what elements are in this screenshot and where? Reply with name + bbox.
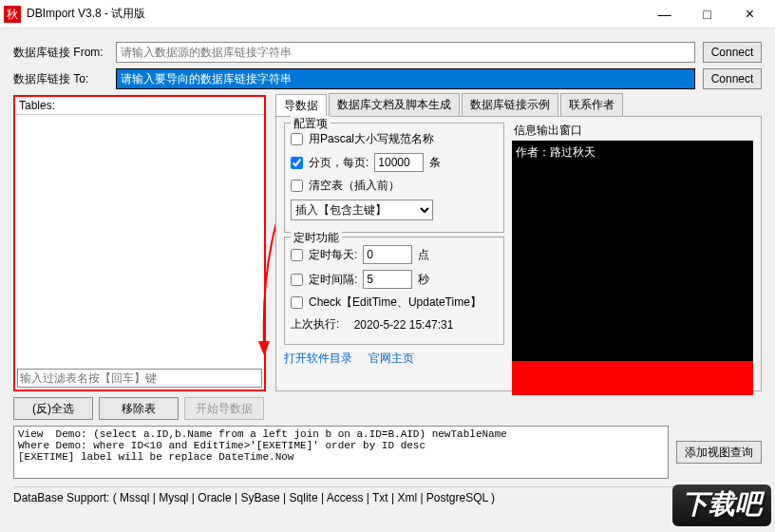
daily-checkbox[interactable] [291,249,303,261]
tables-filter-input[interactable] [17,369,262,388]
start-import-button[interactable]: 开始导数据 [184,397,264,420]
demo-textarea[interactable] [13,426,669,479]
website-link[interactable]: 官网主页 [369,352,414,365]
window-title: DBImport V3.8 - 试用版 [27,6,643,22]
paging-unit: 条 [429,155,441,171]
close-button[interactable]: × [728,1,771,28]
truncate-label: 清空表（插入前） [309,178,400,194]
timer-legend: 定时功能 [291,230,342,246]
to-input[interactable] [116,68,695,89]
daily-value[interactable] [363,245,412,264]
output-red-bar [512,361,753,395]
to-label: 数据库链接 To: [13,71,108,87]
last-run-label: 上次执行: [291,316,339,332]
tables-panel: Tables: [13,95,266,391]
interval-checkbox[interactable] [291,274,303,286]
tab-examples[interactable]: 数据库链接示例 [462,93,558,116]
tab-contact[interactable]: 联系作者 [560,93,623,116]
tab-docs[interactable]: 数据库文档及脚本生成 [329,93,460,116]
status-bar: DataBase Support: ( Mssql | Mysql | Orac… [13,486,762,504]
title-bar: 秋 DBImport V3.8 - 试用版 — □ × [0,0,775,28]
check-time-checkbox[interactable] [291,296,303,309]
config-legend: 配置项 [291,116,331,132]
remove-table-button[interactable]: 移除表 [99,397,179,420]
connect-to-button[interactable]: Connect [703,68,762,89]
config-group: 配置项 用Pascal大小写规范名称 分页，每页:条 清空表（插入前） 插入【包… [284,123,504,233]
add-view-button[interactable]: 添加视图查询 [676,441,762,464]
paging-checkbox[interactable] [291,157,303,169]
app-icon: 秋 [4,6,21,23]
paging-value[interactable] [374,153,424,172]
tab-pane: 配置项 用Pascal大小写规范名称 分页，每页:条 清空表（插入前） 插入【包… [275,116,762,391]
daily-label: 定时每天: [309,247,357,263]
tab-import[interactable]: 导数据 [275,94,327,117]
output-label: 信息输出窗口 [512,123,753,139]
truncate-checkbox[interactable] [291,180,303,192]
daily-unit: 点 [418,247,429,263]
minimize-button[interactable]: — [643,1,686,28]
connect-from-button[interactable]: Connect [703,42,762,63]
interval-label: 定时间隔: [309,272,357,288]
maximize-button[interactable]: □ [686,1,728,28]
paging-label: 分页，每页: [309,155,369,171]
last-run-value: 2020-5-22 15:47:31 [354,318,454,332]
interval-unit: 秒 [418,272,429,288]
tables-header: Tables: [15,97,264,115]
select-all-button[interactable]: (反)全选 [13,397,93,420]
pascal-checkbox[interactable] [291,133,303,145]
output-console: 作者：路过秋天 [512,141,753,361]
tab-bar: 导数据 数据库文档及脚本生成 数据库链接示例 联系作者 [275,95,762,116]
tables-list[interactable] [15,115,264,358]
from-input[interactable] [116,42,695,63]
open-dir-link[interactable]: 打开软件目录 [284,352,352,365]
output-line: 作者：路过秋天 [516,144,749,161]
pascal-label: 用Pascal大小写规范名称 [309,131,434,147]
interval-value[interactable] [363,270,412,289]
timer-group: 定时功能 定时每天:点 定时间隔:秒 Check【EditTime、Update… [284,237,504,345]
watermark: 下载吧 [672,484,771,526]
check-time-label: Check【EditTime、UpdateTime】 [309,294,482,311]
from-label: 数据库链接 From: [13,45,108,61]
insert-mode-select[interactable]: 插入【包含主键】 [291,200,433,220]
